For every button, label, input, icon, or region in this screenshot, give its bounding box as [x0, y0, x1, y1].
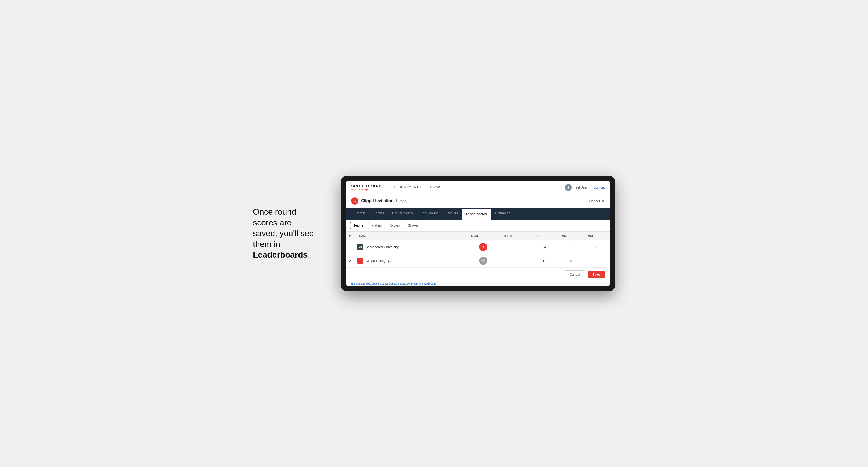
- user-name: Test User: [574, 186, 587, 189]
- nav-tournaments[interactable]: TOURNAMENTS: [390, 181, 425, 194]
- sub-tab-bar: Teams Players Scores Strokes: [346, 220, 610, 232]
- col-rd1: RD1: [531, 232, 558, 240]
- brand-title: SCOREBOARD: [351, 184, 382, 188]
- row1-score-badge: -5: [479, 243, 487, 251]
- col-rd2: RD2: [558, 232, 584, 240]
- left-line5-end: .: [308, 250, 310, 259]
- row1-team-cell: SB Scoreboard University [A]: [357, 244, 463, 250]
- row2-rd3: +3: [584, 254, 610, 268]
- tournament-icon: C: [351, 197, 359, 205]
- save-button[interactable]: Save: [588, 271, 605, 278]
- row2-rank: 2: [346, 254, 354, 268]
- row1-rd3: -6: [584, 240, 610, 254]
- brand-sub-name: clippd: [364, 188, 370, 191]
- row2-team: C Clippd College [A]: [354, 254, 466, 268]
- tournament-title: Clippd Invitational: [361, 198, 397, 203]
- row1-team-name: Scoreboard University [A]: [366, 245, 403, 249]
- tab-printables[interactable]: Printables: [491, 208, 514, 220]
- tab-results[interactable]: Results: [442, 208, 462, 220]
- row1-team: SB Scoreboard University [A]: [354, 240, 466, 254]
- col-thru: THRU: [500, 232, 531, 240]
- table-row: 2 C Clippd College [A] +3 F: [346, 254, 610, 268]
- top-nav: SCOREBOARD Powered by clippd TOURNAMENTS…: [346, 181, 610, 194]
- cancel-button[interactable]: Cancel: [565, 271, 585, 279]
- sub-tab-players[interactable]: Players: [368, 222, 385, 229]
- table-header-row: # TEAM TOTAL THRU RD1 RD2 RD3: [346, 232, 610, 240]
- tab-tee-groups[interactable]: Tee Groups: [417, 208, 442, 220]
- row1-rd1: -4: [531, 240, 558, 254]
- brand-sub: Powered by clippd: [351, 188, 382, 191]
- nav-right: S Test User | Sign out: [565, 184, 605, 191]
- row2-team-name: Clippd College [A]: [366, 259, 392, 263]
- col-total: TOTAL: [466, 232, 500, 240]
- tournament-subtitle: (Men): [399, 199, 407, 203]
- nav-teams[interactable]: TEAMS: [425, 181, 446, 194]
- tablet-screen: SCOREBOARD Powered by clippd TOURNAMENTS…: [346, 181, 610, 286]
- row1-thru: F: [500, 240, 531, 254]
- close-icon[interactable]: ✕: [601, 198, 605, 204]
- tab-leaderboards[interactable]: Leaderboards: [462, 209, 491, 220]
- tab-details[interactable]: Details: [351, 208, 370, 220]
- row2-score-badge: +3: [479, 256, 487, 265]
- table-area: # TEAM TOTAL THRU RD1 RD2 RD3 1: [346, 232, 610, 268]
- tablet-device: SCOREBOARD Powered by clippd TOURNAMENTS…: [341, 176, 615, 291]
- nav-divider: |: [590, 186, 591, 189]
- left-line3: saved, you'll see: [253, 228, 314, 238]
- row1-team-logo: SB: [357, 244, 363, 250]
- row2-rd2: -8: [558, 254, 584, 268]
- row1-total: -5: [466, 240, 500, 254]
- sub-tab-scores[interactable]: Scores: [387, 222, 403, 229]
- col-rank: #: [346, 232, 354, 240]
- nav-links: TOURNAMENTS TEAMS: [390, 181, 565, 194]
- sub-tab-teams[interactable]: Teams: [350, 222, 367, 229]
- row1-rank: 1: [346, 240, 354, 254]
- left-line2: scores are: [253, 218, 291, 227]
- row2-team-cell: C Clippd College [A]: [357, 257, 463, 264]
- tab-course-setup[interactable]: Course Setup: [388, 208, 417, 220]
- sign-out-link[interactable]: Sign out: [593, 186, 605, 189]
- table-body: 1 SB Scoreboard University [A] -5 F: [346, 240, 610, 268]
- left-line1: Once round: [253, 207, 296, 216]
- tournament-header: C Clippd Invitational (Men) Cancel ✕: [346, 194, 610, 208]
- left-text-block: Once round scores are saved, you'll see …: [253, 207, 326, 260]
- row2-rd1: +8: [531, 254, 558, 268]
- user-avatar: S: [565, 184, 571, 191]
- sub-tab-strokes[interactable]: Strokes: [405, 222, 422, 229]
- row2-thru: F: [500, 254, 531, 268]
- left-line5-bold: Leaderboards: [253, 250, 308, 259]
- table-row: 1 SB Scoreboard University [A] -5 F: [346, 240, 610, 254]
- brand: SCOREBOARD Powered by clippd: [351, 184, 382, 191]
- cancel-label: Cancel: [589, 199, 600, 203]
- page-wrapper: Once round scores are saved, you'll see …: [253, 176, 615, 291]
- brand-sub-prefix: Powered by: [351, 188, 364, 191]
- tournament-cancel[interactable]: Cancel ✕: [589, 198, 605, 204]
- row2-total: +3: [466, 254, 500, 268]
- tab-teams[interactable]: Teams: [370, 208, 388, 220]
- footer: Cancel Save: [346, 268, 610, 281]
- url-bar: https://stage-blue-coach.stagescoreboard…: [346, 281, 610, 286]
- table-header: # TEAM TOTAL THRU RD1 RD2 RD3: [346, 232, 610, 240]
- col-team: TEAM: [354, 232, 466, 240]
- row1-rd2: +5: [558, 240, 584, 254]
- tab-bar: Details Teams Course Setup Tee Groups Re…: [346, 208, 610, 220]
- col-rd3: RD3: [584, 232, 610, 240]
- row2-team-logo: C: [357, 257, 363, 264]
- left-line4: them in: [253, 240, 280, 249]
- leaderboard-table: # TEAM TOTAL THRU RD1 RD2 RD3 1: [346, 232, 610, 268]
